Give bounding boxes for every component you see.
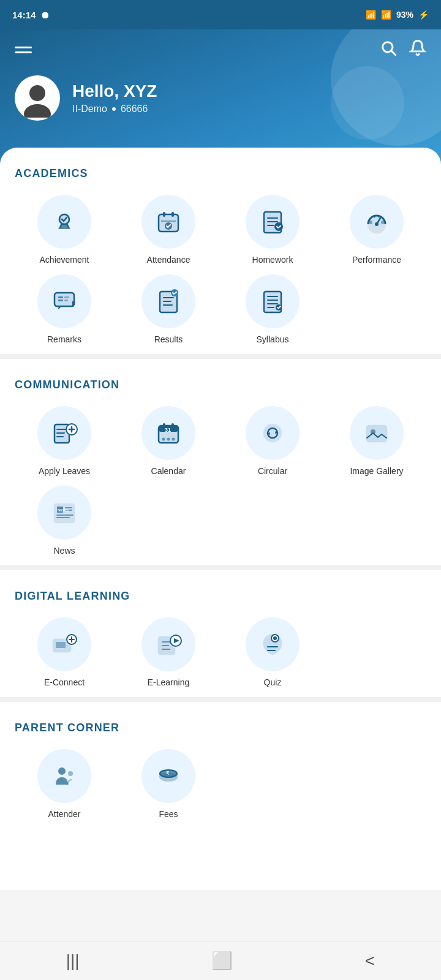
parent-corner-title: PARENT CORNER xyxy=(15,722,426,734)
main-content: ACADEMICS Achievement xyxy=(0,148,441,890)
svg-point-19 xyxy=(369,221,372,224)
status-bar: 14:14 ⏺ 📶 📶 93% ⚡ xyxy=(0,0,441,29)
remarks-item[interactable]: Remarks xyxy=(15,274,114,344)
digital-learning-section: DIGITAL LEARNING E-Connect xyxy=(0,570,441,697)
divider-2 xyxy=(0,565,441,570)
svg-rect-25 xyxy=(64,296,69,298)
svg-point-61 xyxy=(58,767,66,775)
homework-icon-circle xyxy=(246,195,300,249)
news-item[interactable]: NEWS News xyxy=(15,486,114,556)
divider-1 xyxy=(0,354,441,359)
time-display: 14:14 xyxy=(12,10,36,20)
user-details: II-Demo 66666 xyxy=(72,104,157,115)
circular-label: Circular xyxy=(258,466,287,476)
fees-item[interactable]: ₹ Fees xyxy=(119,749,218,819)
e-learning-icon-circle xyxy=(141,617,195,671)
e-learning-label: E-Learning xyxy=(148,677,190,687)
svg-point-29 xyxy=(171,289,178,296)
svg-rect-23 xyxy=(58,296,63,298)
calendar-label: Calendar xyxy=(151,466,186,476)
svg-rect-10 xyxy=(172,212,174,217)
svg-rect-9 xyxy=(163,212,165,217)
svg-point-18 xyxy=(375,222,379,226)
news-label: News xyxy=(53,546,75,556)
academics-section: ACADEMICS Achievement xyxy=(0,148,441,354)
communication-title: COMMUNICATION xyxy=(15,379,426,391)
svg-rect-26 xyxy=(64,300,68,301)
achievement-label: Achievement xyxy=(40,255,89,265)
quiz-label: Quiz xyxy=(264,677,282,687)
class-name: II-Demo xyxy=(72,104,107,115)
communication-section: COMMUNICATION Apply Leaves xyxy=(0,359,441,565)
remarks-icon-circle xyxy=(37,274,91,328)
svg-rect-48 xyxy=(367,426,386,442)
svg-point-15 xyxy=(274,222,283,231)
fees-icon-circle: ₹ xyxy=(141,749,195,803)
battery-icon: ⚡ xyxy=(418,10,429,20)
parent-corner-grid: Attender ₹ Fees xyxy=(15,749,426,819)
apply-leaves-icon-circle xyxy=(37,406,91,460)
divider-3 xyxy=(0,697,441,702)
quiz-icon-circle xyxy=(246,617,300,671)
circular-icon-circle xyxy=(246,406,300,460)
signal-icon: 📶 xyxy=(381,10,391,20)
svg-rect-24 xyxy=(58,300,63,301)
quiz-item[interactable]: Quiz xyxy=(223,617,322,687)
roll-number: 66666 xyxy=(121,104,148,115)
separator-dot xyxy=(112,107,116,111)
performance-icon-circle xyxy=(350,195,404,249)
menu-button[interactable] xyxy=(15,47,32,53)
svg-rect-11 xyxy=(161,221,176,222)
svg-point-60 xyxy=(273,636,277,640)
news-icon-circle: NEWS xyxy=(37,486,91,540)
recorder-icon: ⏺ xyxy=(40,10,50,20)
e-learning-item[interactable]: E-Learning xyxy=(119,617,218,687)
e-connect-label: E-Connect xyxy=(44,677,85,687)
svg-point-45 xyxy=(167,438,170,441)
syllabus-item[interactable]: Syllabus xyxy=(223,274,322,344)
performance-label: Performance xyxy=(352,255,401,265)
nav-back-button[interactable]: < xyxy=(350,946,390,976)
results-icon-circle xyxy=(141,274,195,328)
attendance-label: Attendance xyxy=(147,255,190,265)
wifi-icon: 📶 xyxy=(366,10,376,20)
parent-corner-section: PARENT CORNER Attender xyxy=(0,702,441,829)
svg-text:NEWS: NEWS xyxy=(58,508,69,512)
attender-label: Attender xyxy=(48,809,81,819)
svg-point-3 xyxy=(29,85,45,101)
svg-rect-54 xyxy=(56,642,66,648)
apply-leaves-label: Apply Leaves xyxy=(39,466,90,476)
image-gallery-item[interactable]: Image Gallery xyxy=(327,406,426,476)
svg-rect-42 xyxy=(172,423,174,428)
svg-rect-21 xyxy=(55,293,74,306)
svg-point-46 xyxy=(172,438,175,441)
e-connect-item[interactable]: E-Connect xyxy=(15,617,114,687)
calendar-item[interactable]: 31 Calendar xyxy=(119,406,218,476)
digital-learning-grid: E-Connect E-Learning xyxy=(15,617,426,687)
bottom-navigation: ||| ⬜ < xyxy=(0,941,441,980)
e-connect-icon-circle xyxy=(37,617,91,671)
calendar-icon-circle: 31 xyxy=(141,406,195,460)
svg-point-47 xyxy=(264,424,281,442)
digital-learning-title: DIGITAL LEARNING xyxy=(15,590,426,603)
nav-menu-button[interactable]: ||| xyxy=(51,946,94,976)
communication-grid: Apply Leaves 31 Calen xyxy=(15,406,426,556)
fees-label: Fees xyxy=(159,809,178,819)
image-gallery-label: Image Gallery xyxy=(350,466,403,476)
attendance-item[interactable]: Attendance xyxy=(119,195,218,265)
circular-item[interactable]: Circular xyxy=(223,406,322,476)
attendance-icon-circle xyxy=(141,195,195,249)
svg-point-62 xyxy=(68,771,73,776)
academics-title: ACADEMICS xyxy=(15,167,426,180)
performance-item[interactable]: Performance xyxy=(327,195,426,265)
apply-leaves-item[interactable]: Apply Leaves xyxy=(15,406,114,476)
results-label: Results xyxy=(154,334,183,344)
svg-point-44 xyxy=(162,438,165,441)
battery-display: 93% xyxy=(396,10,413,20)
attender-item[interactable]: Attender xyxy=(15,749,114,819)
nav-home-button[interactable]: ⬜ xyxy=(197,946,247,976)
achievement-item[interactable]: Achievement xyxy=(15,195,114,265)
results-item[interactable]: Results xyxy=(119,274,218,344)
homework-item[interactable]: Homework xyxy=(223,195,322,265)
attender-icon-circle xyxy=(37,749,91,803)
